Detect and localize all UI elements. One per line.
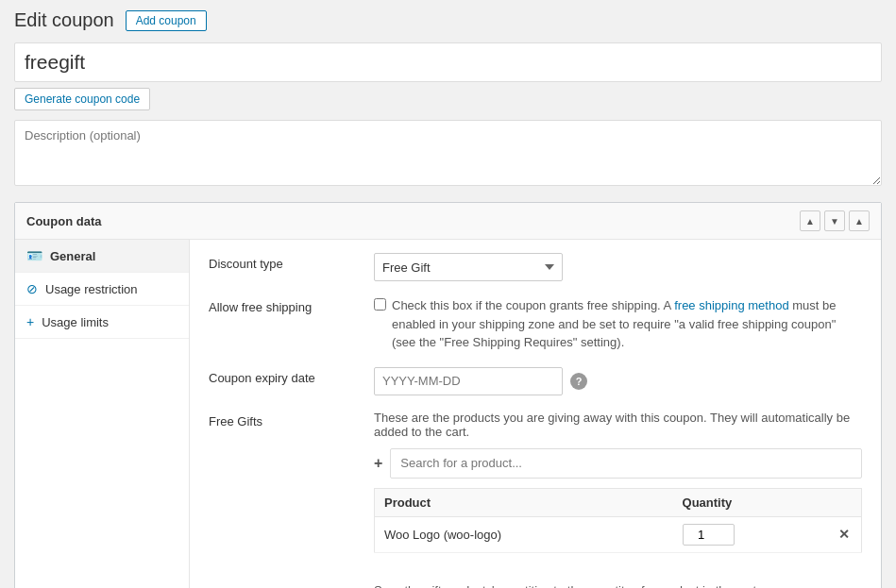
col-action-header — [828, 488, 862, 516]
free-gifts-desc: These are the products you are giving aw… — [374, 411, 862, 439]
remove-cell: ✕ — [828, 516, 862, 552]
sidebar-label-usage-limits: Usage limits — [42, 315, 109, 329]
usage-limits-icon: + — [26, 314, 34, 329]
sidebar: 🪪 General ⊘ Usage restriction + Usage li… — [15, 240, 190, 588]
expiry-date-row: Coupon expiry date ? — [209, 367, 862, 395]
discount-type-control: Percentage discount Fixed cart discount … — [374, 253, 862, 281]
col-quantity-header: Quantity — [673, 488, 828, 516]
coupon-code-input[interactable] — [14, 42, 882, 82]
product-search-row: + — [374, 448, 862, 479]
sync-quantities-control: Sync the gift products' quantities to th… — [374, 583, 862, 589]
panel-body: 🪪 General ⊘ Usage restriction + Usage li… — [15, 240, 881, 588]
sync-quantities-label: Sync Quantities — [209, 583, 374, 589]
expiry-date-label: Coupon expiry date — [209, 367, 374, 385]
free-shipping-check-row: Check this box if the coupon grants free… — [374, 296, 862, 352]
sidebar-label-general: General — [50, 249, 95, 263]
coupon-data-panel: Coupon data ▲ ▼ ▲ 🪪 General ⊘ Usage rest… — [14, 202, 882, 588]
quantity-input[interactable] — [683, 524, 735, 546]
description-textarea[interactable] — [14, 120, 882, 186]
remove-product-button[interactable]: ✕ — [838, 527, 850, 542]
free-shipping-label: Allow free shipping — [209, 296, 374, 314]
expiry-date-control: ? — [374, 367, 862, 395]
main-content: Discount type Percentage discount Fixed … — [190, 240, 881, 588]
add-coupon-button[interactable]: Add coupon — [126, 10, 207, 31]
sidebar-label-usage-restriction: Usage restriction — [45, 282, 138, 296]
col-product-header: Product — [375, 488, 673, 516]
sidebar-item-general[interactable]: 🪪 General — [15, 240, 189, 273]
expiry-row: ? — [374, 367, 862, 395]
free-gifts-label: Free Gifts — [209, 411, 374, 428]
free-shipping-control: Check this box if the coupon grants free… — [374, 296, 862, 352]
free-gifts-row: Free Gifts These are the products you ar… — [209, 411, 862, 568]
general-icon: 🪪 — [26, 248, 42, 263]
product-table: Product Quantity Woo Logo (woo-logo) ✕ — [374, 488, 862, 553]
table-row: Woo Logo (woo-logo) ✕ — [375, 516, 862, 552]
panel-controls: ▲ ▼ ▲ — [800, 210, 870, 231]
sidebar-item-usage-limits[interactable]: + Usage limits — [15, 306, 189, 339]
discount-type-row: Discount type Percentage discount Fixed … — [209, 253, 862, 281]
usage-restriction-icon: ⊘ — [26, 281, 38, 296]
page-header: Edit coupon Add coupon — [14, 9, 882, 31]
free-shipping-row: Allow free shipping Check this box if th… — [209, 296, 862, 352]
sync-desc: Sync the gift products' quantities to th… — [374, 583, 862, 589]
discount-type-select[interactable]: Percentage discount Fixed cart discount … — [374, 253, 563, 281]
free-gifts-control: These are the products you are giving aw… — [374, 411, 862, 568]
generate-coupon-code-button[interactable]: Generate coupon code — [14, 88, 150, 110]
panel-title: Coupon data — [26, 214, 101, 228]
quantity-cell — [673, 516, 828, 552]
free-shipping-method-link[interactable]: free shipping method — [674, 298, 788, 312]
add-product-icon: + — [374, 455, 382, 472]
sidebar-item-usage-restriction[interactable]: ⊘ Usage restriction — [15, 273, 189, 306]
product-search-input[interactable] — [390, 448, 862, 479]
free-shipping-checkbox[interactable] — [374, 298, 386, 311]
page-title: Edit coupon — [14, 9, 114, 31]
panel-toggle-button[interactable]: ▲ — [849, 210, 870, 231]
expiry-date-input[interactable] — [374, 367, 563, 395]
free-shipping-text: Check this box if the coupon grants free… — [392, 296, 862, 352]
sync-quantities-row: Sync Quantities Sync the gift products' … — [209, 583, 862, 589]
expiry-help-icon[interactable]: ? — [570, 373, 587, 390]
discount-type-label: Discount type — [209, 253, 374, 271]
panel-collapse-up-button[interactable]: ▲ — [800, 210, 820, 231]
panel-header: Coupon data ▲ ▼ ▲ — [15, 203, 881, 240]
panel-collapse-down-button[interactable]: ▼ — [824, 210, 845, 231]
product-name-cell: Woo Logo (woo-logo) — [375, 516, 673, 552]
